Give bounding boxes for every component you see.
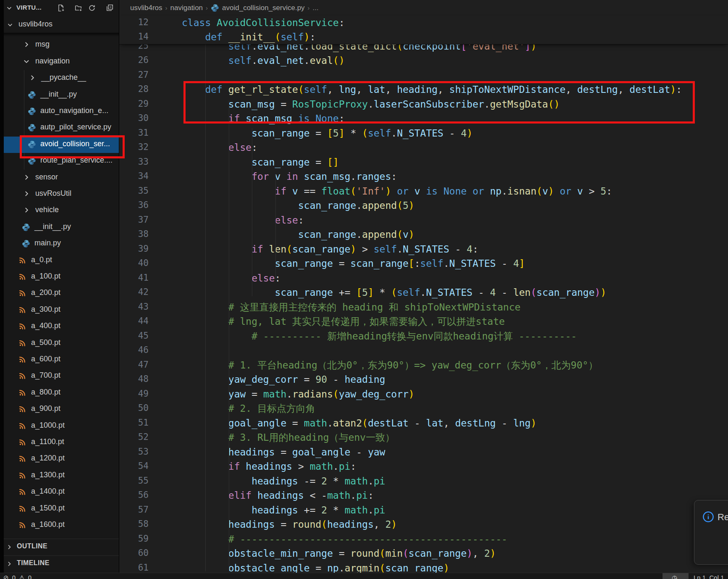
cursor-position[interactable]: Ln 1, Col 1 bbox=[694, 574, 724, 579]
sticky-scroll[interactable]: 12class AvoidCollisionService:14 def __i… bbox=[119, 16, 728, 45]
tree-file-a_900.pt[interactable]: a_900.pt bbox=[4, 401, 119, 418]
chevron-right-icon bbox=[29, 74, 37, 82]
code-line-59[interactable]: 59 # -----------------------------------… bbox=[119, 532, 728, 547]
tree-file-a_200.pt[interactable]: a_200.pt bbox=[4, 285, 119, 302]
code-line-44[interactable]: 44 # lng, lat 其实只是传递用，如果需要输入，可以拼进state bbox=[119, 314, 728, 329]
code-line-12[interactable]: 12class AvoidCollisionService: bbox=[119, 16, 728, 30]
code-text: # 2. 目标点方向角 bbox=[182, 402, 315, 415]
code-line-55[interactable]: 55 headings -= 2 * math.pi bbox=[119, 474, 728, 489]
tree-file-route_plan_service[interactable]: route_plan_service.... bbox=[4, 153, 119, 169]
tree-item-label: sensor bbox=[35, 173, 58, 182]
code-line-39[interactable]: 39 if len(scan_range) > self.N_STATES - … bbox=[119, 242, 728, 257]
breadcrumb-item[interactable]: avoid_collision_service.py bbox=[222, 4, 305, 12]
tree-file-a_1000.pt[interactable]: a_1000.pt bbox=[4, 418, 119, 434]
vscode-window: VIRTU... usvlib4ros msgnavigation_ bbox=[0, 0, 728, 579]
tree-file-a_600.pt[interactable]: a_600.pt bbox=[4, 352, 119, 368]
code-line-37[interactable]: 37 else: bbox=[119, 213, 728, 228]
breadcrumb-item[interactable]: usvlib4ros bbox=[130, 4, 162, 12]
code-line-35[interactable]: 35 if v == float('Inf') or v is None or … bbox=[119, 184, 728, 199]
python-file-icon bbox=[28, 140, 36, 149]
tree-file-a_100.pt[interactable]: a_100.pt bbox=[4, 269, 119, 285]
breadcrumb-item[interactable]: ... bbox=[313, 4, 319, 12]
notification-toast[interactable]: Re bbox=[694, 500, 728, 565]
code-line-30[interactable]: 30 if scan_msg is None: bbox=[119, 111, 728, 126]
problems-indicator[interactable]: ⊘ 0 ⚠ 0 bbox=[3, 574, 32, 579]
sidebar-divider[interactable] bbox=[119, 0, 119, 573]
code-text: headings = round(headings, 2) bbox=[182, 518, 397, 531]
code-line-41[interactable]: 41 else: bbox=[119, 271, 728, 286]
tree-file-autp_pilot_service.py[interactable]: autp_pilot_service.py bbox=[4, 120, 119, 136]
code-line-26[interactable]: 26 self.eval_net.eval() bbox=[119, 53, 728, 68]
code-text: headings -= 2 * math.pi bbox=[182, 475, 385, 488]
code-line-33[interactable]: 33 scan_range = [] bbox=[119, 155, 728, 170]
python-file-icon bbox=[22, 239, 30, 248]
line-number: 27 bbox=[123, 70, 149, 80]
activity-bar-edge bbox=[0, 0, 4, 573]
code-line-61[interactable]: 61 obstacle_angle = np.argmin(scan_range… bbox=[119, 561, 728, 573]
tree-file-a_1200.pt[interactable]: a_1200.pt bbox=[4, 451, 119, 467]
code-line-46[interactable]: 46 bbox=[119, 343, 728, 358]
code-line-54[interactable]: 54 if headings > math.pi: bbox=[119, 459, 728, 474]
code-line-25[interactable]: 25 self.eval_net.load_state_dict(checkpo… bbox=[119, 44, 728, 54]
tree-file-__init__.py[interactable]: __init__.py bbox=[4, 87, 119, 103]
code-line-32[interactable]: 32 else: bbox=[119, 140, 728, 155]
tree-file-avoid_collision_ser[interactable]: avoid_collision_ser... bbox=[4, 137, 119, 153]
code-line-50[interactable]: 50 # 2. 目标点方向角 bbox=[119, 401, 728, 416]
tree-file-a_300.pt[interactable]: a_300.pt bbox=[4, 302, 119, 318]
tree-folder-__pycache__[interactable]: __pycache__ bbox=[4, 70, 119, 87]
tree-file-a_0.pt[interactable]: a_0.pt bbox=[4, 253, 119, 269]
code-viewport[interactable]: 25 self.eval_net.load_state_dict(checkpo… bbox=[119, 44, 728, 573]
code-line-47[interactable]: 47 # 1. 平台heading（北为0°，东为90°）=> yaw_deg_… bbox=[119, 358, 728, 373]
tree-file-a_1500.pt[interactable]: a_1500.pt bbox=[4, 501, 119, 517]
code-line-58[interactable]: 58 headings = round(headings, 2) bbox=[119, 517, 728, 532]
line-number: 31 bbox=[123, 128, 149, 138]
tree-file-a_1600.pt[interactable]: a_1600.pt bbox=[4, 517, 119, 534]
tree-file-a_400.pt[interactable]: a_400.pt bbox=[4, 318, 119, 335]
code-line-36[interactable]: 36 scan_range.append(5) bbox=[119, 198, 728, 213]
code-line-52[interactable]: 52 # 3. RL用的heading（与env一致） bbox=[119, 430, 728, 445]
code-line-31[interactable]: 31 scan_range = [5] * (self.N_STATES - 4… bbox=[119, 126, 728, 141]
code-line-57[interactable]: 57 headings += 2 * math.pi bbox=[119, 503, 728, 518]
tree-file-a_700.pt[interactable]: a_700.pt bbox=[4, 368, 119, 384]
code-line-48[interactable]: 48 yaw_deg_corr = 90 - heading bbox=[119, 372, 728, 387]
code-line-40[interactable]: 40 scan_range = scan_range[:self.N_STATE… bbox=[119, 256, 728, 271]
tree-folder-navigation[interactable]: navigation bbox=[4, 54, 119, 70]
python-file-icon bbox=[211, 4, 219, 12]
code-line-43[interactable]: 43 # 这里直接用主控传来的 heading 和 shipToNextWPDi… bbox=[119, 300, 728, 315]
tree-file-a_800.pt[interactable]: a_800.pt bbox=[4, 385, 119, 401]
python-file-icon bbox=[28, 107, 36, 116]
code-line-60[interactable]: 60 obstacle_min_range = round(min(scan_r… bbox=[119, 546, 728, 561]
tree-file-a_500.pt[interactable]: a_500.pt bbox=[4, 335, 119, 352]
sidebar-section-timeline[interactable]: TIMELINE bbox=[0, 555, 119, 572]
code-line-27[interactable]: 27 bbox=[119, 68, 728, 83]
code-line-34[interactable]: 34 for v in scan_msg.ranges: bbox=[119, 169, 728, 184]
tree-file-auto_navigation_e[interactable]: auto_navigation_e... bbox=[4, 103, 119, 120]
tree-file-a_1300.pt[interactable]: a_1300.pt bbox=[4, 468, 119, 484]
code-text: else: bbox=[182, 214, 304, 227]
tree-file-a_1400.pt[interactable]: a_1400.pt bbox=[4, 484, 119, 500]
pt-file-icon bbox=[18, 455, 27, 463]
tree-file-a_1100.pt[interactable]: a_1100.pt bbox=[4, 434, 119, 451]
breadcrumb[interactable]: usvlib4ros›navigation›avoid_collision_se… bbox=[130, 0, 319, 16]
code-line-38[interactable]: 38 scan_range.append(v) bbox=[119, 227, 728, 242]
code-line-49[interactable]: 49 yaw = math.radians(yaw_deg_corr) bbox=[119, 387, 728, 402]
tree-folder-msg[interactable]: msg bbox=[4, 37, 119, 53]
code-line-53[interactable]: 53 headings = goal_angle - yaw bbox=[119, 445, 728, 460]
line-number: 41 bbox=[123, 273, 149, 283]
tree-folder-sensor[interactable]: sensor bbox=[4, 170, 119, 186]
tree-file-main.py[interactable]: main.py bbox=[4, 236, 119, 252]
sidebar-section-outline[interactable]: OUTLINE bbox=[0, 539, 119, 555]
code-line-51[interactable]: 51 goal_angle = math.atan2(destLat - lat… bbox=[119, 416, 728, 431]
tree-folder-usvRosUtil[interactable]: usvRosUtil bbox=[4, 186, 119, 203]
code-line-42[interactable]: 42 scan_range += [5] * (self.N_STATES - … bbox=[119, 285, 728, 300]
code-line-14[interactable]: 14 def __init__(self): bbox=[119, 30, 728, 45]
tree-folder-vehicle[interactable]: vehicle bbox=[4, 203, 119, 219]
code-line-28[interactable]: 28 def get_rl_state(self, lng, lat, head… bbox=[119, 82, 728, 97]
code-line-29[interactable]: 29 scan_msg = RosTopicProxy.laserScanSub… bbox=[119, 97, 728, 112]
code-line-45[interactable]: 45 # ---------- 新增heading转换与env同款heading… bbox=[119, 329, 728, 344]
breadcrumb-item[interactable]: navigation bbox=[170, 4, 203, 12]
clock-segment[interactable]: ◷ bbox=[663, 573, 689, 579]
editor-pane: usvlib4ros›navigation›avoid_collision_se… bbox=[119, 0, 728, 573]
code-line-56[interactable]: 56 elif headings < -math.pi: bbox=[119, 488, 728, 503]
tree-file-__init__.py[interactable]: __init__.py bbox=[4, 219, 119, 236]
